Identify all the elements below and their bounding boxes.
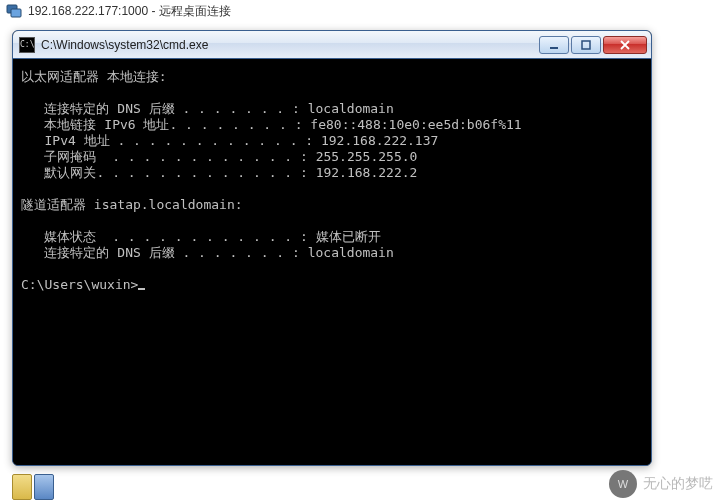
taskbar-item-icon[interactable]	[34, 474, 54, 500]
window-buttons	[537, 36, 647, 54]
tunnel-dns-suffix-value: localdomain	[300, 245, 394, 260]
ethernet-adapter-header: 以太网适配器 本地连接:	[21, 69, 167, 84]
gateway-label: 默认网关. . . . . . . . . . . . . :	[21, 165, 308, 180]
remote-desktop-icon	[6, 3, 22, 19]
watermark: W 无心的梦呓	[609, 470, 713, 498]
gateway-value: 192.168.222.2	[308, 165, 418, 180]
cursor	[138, 288, 145, 290]
ipv6-label: 本地链接 IPv6 地址. . . . . . . . :	[21, 117, 303, 132]
watermark-text: 无心的梦呓	[643, 475, 713, 493]
cmd-output: 以太网适配器 本地连接: 连接特定的 DNS 后缀 . . . . . . . …	[21, 69, 643, 293]
tunnel-dns-suffix-label: 连接特定的 DNS 后缀 . . . . . . . :	[21, 245, 300, 260]
svg-rect-3	[582, 41, 590, 49]
close-button[interactable]	[603, 36, 647, 54]
subnet-mask-label: 子网掩码 . . . . . . . . . . . . :	[21, 149, 308, 164]
command-prompt: C:\Users\wuxin>	[21, 277, 138, 292]
maximize-button[interactable]	[571, 36, 601, 54]
subnet-mask-value: 255.255.255.0	[308, 149, 418, 164]
cmd-body[interactable]: 以太网适配器 本地连接: 连接特定的 DNS 后缀 . . . . . . . …	[13, 59, 651, 465]
remote-desktop-title: 192.168.222.177:1000 - 远程桌面连接	[28, 3, 231, 20]
taskbar-icons	[12, 474, 54, 500]
svg-rect-1	[11, 9, 21, 17]
dns-suffix-label: 连接特定的 DNS 后缀 . . . . . . . :	[21, 101, 300, 116]
dns-suffix-value: localdomain	[300, 101, 394, 116]
taskbar-item-icon[interactable]	[12, 474, 32, 500]
ipv6-value: fe80::488:10e0:ee5d:b06f%11	[303, 117, 522, 132]
ipv4-label: IPv4 地址 . . . . . . . . . . . . :	[21, 133, 313, 148]
cmd-icon: C:\	[19, 37, 35, 53]
cmd-window: C:\ C:\Windows\system32\cmd.exe 以太网适配器 本…	[12, 30, 652, 466]
minimize-button[interactable]	[539, 36, 569, 54]
svg-rect-2	[550, 47, 558, 49]
tunnel-adapter-header: 隧道适配器 isatap.localdomain:	[21, 197, 243, 212]
remote-desktop-titlebar: 192.168.222.177:1000 - 远程桌面连接	[0, 0, 721, 22]
media-state-label: 媒体状态 . . . . . . . . . . . . :	[21, 229, 308, 244]
cmd-title: C:\Windows\system32\cmd.exe	[41, 38, 537, 52]
media-state-value: 媒体已断开	[308, 229, 381, 244]
watermark-avatar-icon: W	[609, 470, 637, 498]
cmd-titlebar[interactable]: C:\ C:\Windows\system32\cmd.exe	[13, 31, 651, 59]
ipv4-value: 192.168.222.137	[313, 133, 438, 148]
